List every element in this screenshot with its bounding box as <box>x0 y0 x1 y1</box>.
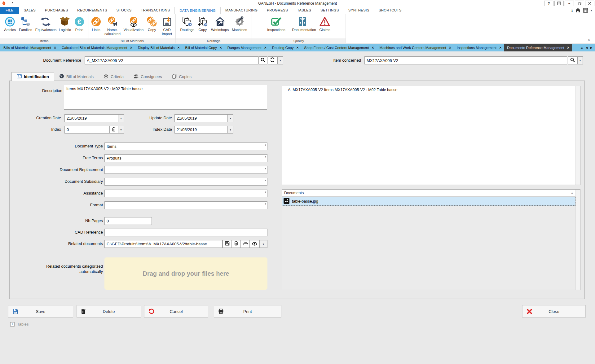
help-button[interactable]: ? <box>544 1 553 6</box>
close-window-button[interactable] <box>585 1 594 6</box>
sort-ascending-icon[interactable]: ▲ <box>571 190 573 196</box>
chevron-down-icon[interactable]: ▾ <box>118 114 124 122</box>
related-documents-path[interactable]: C:\GED\Produits\Items\A_MX17AXA005-V2\ta… <box>104 240 223 248</box>
format-select[interactable]: ▾ <box>104 201 267 209</box>
document-reference-refresh-button[interactable] <box>268 56 277 64</box>
menu-settings[interactable]: SETTINGS <box>316 7 344 14</box>
tab-close-icon[interactable]: × <box>264 46 267 50</box>
cad-import-button[interactable]: CAD CAD Import <box>159 15 175 36</box>
chevron-down-icon[interactable]: ▾ <box>227 126 233 134</box>
document-type-select[interactable]: Items ▾ <box>104 143 267 150</box>
price-button[interactable]: € Price <box>73 15 86 32</box>
doc-tab-inspections[interactable]: Inspections Management× <box>454 44 505 51</box>
restore-button[interactable] <box>575 1 584 6</box>
related-doc-dropdown[interactable]: ▾ <box>259 240 267 248</box>
document-subsidiary-select[interactable]: ▾ <box>104 178 267 186</box>
tree-scrollbar[interactable] <box>575 86 580 185</box>
grid-tools-icon[interactable] <box>583 8 588 13</box>
tab-consignees[interactable]: Consignees <box>129 72 167 81</box>
related-doc-preview-button[interactable] <box>249 240 260 248</box>
tab-close-icon[interactable]: × <box>449 46 451 50</box>
chevron-down-icon[interactable]: ▾ <box>265 179 266 182</box>
tools-caret-icon[interactable]: ▾ <box>591 9 592 12</box>
doc-tab-bom-copy[interactable]: Bill of Material Copy× <box>183 44 225 51</box>
tree-item[interactable]: A_MX17AXA005-V2 Items MX17AXA005-V2 : M0… <box>282 86 580 92</box>
doc-tab-ranges[interactable]: Ranges Management× <box>225 44 269 51</box>
save-button[interactable]: Save <box>8 305 73 318</box>
articles-button[interactable]: Articles <box>3 15 17 32</box>
related-doc-delete-button[interactable] <box>231 240 241 248</box>
related-doc-open-button[interactable] <box>240 240 250 248</box>
expand-plus-icon[interactable]: + <box>10 322 15 327</box>
document-reference-search-button[interactable] <box>258 56 267 64</box>
tab-close-icon[interactable]: × <box>130 46 132 50</box>
free-terms-select[interactable]: Produits ▾ <box>104 154 267 162</box>
ribbon-collapse-icon[interactable]: ∧ <box>588 38 590 41</box>
doc-tab-bills-of-materials[interactable]: Bills of Materials Management× <box>1 44 59 51</box>
doc-tab-routing-copy[interactable]: Routing Copy× <box>269 44 302 51</box>
inspections-button[interactable]: Inspections <box>266 15 286 32</box>
tab-close-icon[interactable]: × <box>297 46 299 50</box>
index-clear-button[interactable] <box>109 126 118 134</box>
workshops-button[interactable]: Workshops <box>210 15 230 32</box>
menu-shortcuts[interactable]: SHORTCUTS <box>374 7 406 14</box>
doc-tab-machines-work-centers[interactable]: Machines and Work Centers Management× <box>377 44 454 51</box>
close-button[interactable]: Close <box>522 305 586 318</box>
document-row-selected[interactable]: table-basse.jpg <box>282 197 575 206</box>
document-reference-input[interactable] <box>85 56 258 64</box>
document-reference-dropdown[interactable]: ▾ <box>277 56 283 64</box>
scroll-tabs-left-icon[interactable]: ◀ <box>585 46 588 49</box>
tab-close-icon[interactable]: × <box>54 46 56 50</box>
name-calculated-button[interactable]: Name. calculated <box>103 15 122 36</box>
families-button[interactable]: Families <box>18 15 33 32</box>
chevron-down-icon[interactable]: ▾ <box>265 202 266 205</box>
documents-column-header[interactable]: Documents ▲ <box>282 190 580 197</box>
file-dropzone[interactable]: Drag and drop your files here <box>104 257 267 290</box>
tab-close-icon[interactable]: × <box>178 46 180 50</box>
description-textarea[interactable]: Items MX17AXA005-V2 : M02 Table basse <box>64 85 267 110</box>
menu-data-engineering[interactable]: DATA ENGINEERING <box>174 7 221 14</box>
minimize-button[interactable]: – <box>565 1 574 6</box>
tab-list-icon[interactable]: ≡ <box>580 46 583 50</box>
chevron-down-icon[interactable]: ▾ <box>265 167 266 170</box>
tab-criteria[interactable]: Criteria <box>99 72 129 81</box>
scroll-tabs-right-icon[interactable]: ▶ <box>590 46 593 49</box>
pin-window-button[interactable] <box>554 1 564 6</box>
cad-reference-input[interactable] <box>104 229 267 236</box>
tab-bill-of-materials[interactable]: Bill of Materials <box>54 72 99 81</box>
menu-requirements[interactable]: REQUIREMENTS <box>73 7 112 14</box>
claims-button[interactable]: Claims <box>318 15 332 32</box>
nb-pages-input[interactable] <box>104 217 152 225</box>
tab-close-icon[interactable]: × <box>372 46 374 50</box>
menu-stocks[interactable]: STOCKS <box>112 7 136 14</box>
menu-purchases[interactable]: PURCHASES <box>40 7 73 14</box>
equivalences-button[interactable]: Equivalences <box>34 15 57 32</box>
menu-transactions[interactable]: TRANSACTIONS <box>136 7 175 14</box>
routings-button[interactable]: Routings <box>179 15 196 32</box>
item-concerned-dropdown[interactable]: ▾ <box>577 56 583 64</box>
chevron-down-icon[interactable]: ▾ <box>265 143 266 147</box>
tables-expander[interactable]: + Tables <box>10 322 29 327</box>
machines-button[interactable]: Machines <box>231 15 248 32</box>
delete-button[interactable]: Delete <box>77 305 141 318</box>
creation-date-picker[interactable]: 21/05/2019 ▾ <box>64 114 124 122</box>
home-icon[interactable] <box>575 8 580 13</box>
chevron-down-icon[interactable]: ▾ <box>118 126 124 134</box>
chevron-down-icon[interactable]: ▾ <box>265 155 266 158</box>
menu-sales[interactable]: SALES <box>19 7 41 14</box>
doc-tab-display-bom[interactable]: Display Bill of Materials× <box>135 44 183 51</box>
related-doc-save-button[interactable] <box>223 240 232 248</box>
tab-close-icon[interactable]: × <box>220 46 222 50</box>
visualization-button[interactable]: Visualization <box>122 15 145 32</box>
doc-tab-shop-floors[interactable]: Shop Floors / Cost Centers Management× <box>302 44 377 51</box>
update-date-picker[interactable]: 21/05/2019 ▾ <box>174 114 233 122</box>
menu-progress[interactable]: PROGRESS <box>262 7 293 14</box>
documentation-button[interactable]: Documentation <box>291 15 314 32</box>
copy-bom-button[interactable]: Copy <box>145 15 158 32</box>
print-button[interactable]: Print <box>214 305 281 318</box>
cancel-button[interactable]: Cancel <box>144 305 208 318</box>
copy-routing-button[interactable]: Copy <box>196 15 209 32</box>
index-date-picker[interactable]: 21/05/2019 ▾ <box>174 126 233 134</box>
doc-tab-documents-reference[interactable]: Documents Reference Management× <box>504 44 572 51</box>
tab-close-icon[interactable]: × <box>567 46 569 50</box>
